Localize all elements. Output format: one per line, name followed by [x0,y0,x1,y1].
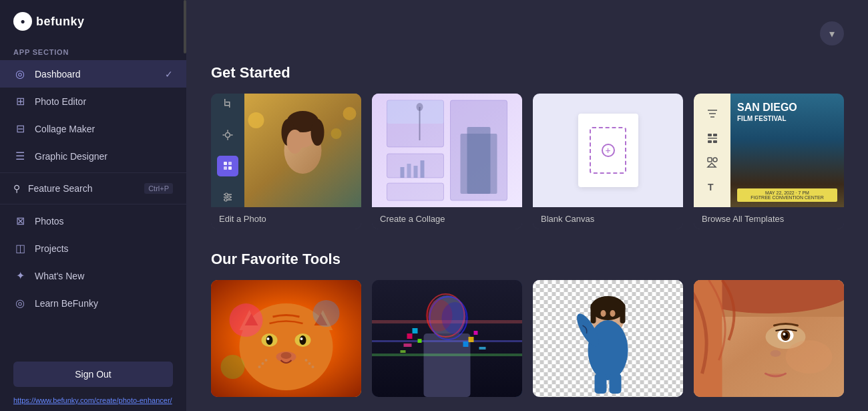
tiger-image [211,280,361,397]
sidebar-item-label: Collage Maker [35,124,95,134]
svg-rect-3 [226,102,230,103]
svg-rect-9 [224,162,227,165]
sidebar-item-photo-editor[interactable]: ⊞ Photo Editor [0,88,186,115]
skin-image [694,280,844,397]
svg-point-87 [442,302,469,334]
woman-photo [244,94,361,207]
photos-icon: ⊠ [13,215,27,227]
svg-point-16 [225,193,228,196]
sidebar-item-label: Graphic Designer [35,151,107,162]
photo-edit-image [211,94,361,207]
svg-point-28 [287,130,303,154]
svg-point-17 [228,196,230,198]
svg-point-18 [224,198,227,201]
poster-title: SAN DIEGO [737,102,837,114]
svg-rect-36 [387,100,444,124]
svg-rect-11 [224,166,227,170]
svg-point-42 [417,103,423,111]
card-blank-canvas[interactable]: + Blank Canvas [533,94,683,229]
svg-point-108 [610,310,616,317]
tools-row [211,280,844,397]
tool-card-skin-smoothing[interactable] [694,280,844,397]
card-label: Blank Canvas [533,207,683,229]
logo-text: befunky [36,15,85,29]
card-create-collage[interactable]: Create a Collage [372,94,522,229]
sidebar-item-dashboard[interactable]: ◎ Dashboard ✓ [0,60,186,88]
svg-rect-39 [414,166,418,178]
card-browse-templates[interactable]: T SAN DIEGO FILM FESTIVAL MAY 22, 2022 ·… [694,94,844,229]
svg-rect-91 [469,337,474,342]
crop-tool-icon[interactable] [217,94,238,114]
templates-image: T SAN DIEGO FILM FESTIVAL MAY 22, 2022 ·… [694,94,844,207]
sidebar-item-label: Photo Editor [35,96,86,107]
logo[interactable]: ● befunky [0,0,186,43]
scrollbar[interactable] [184,0,186,53]
svg-rect-37 [401,167,405,178]
svg-rect-12 [228,166,232,170]
poster-icons: T [694,94,730,207]
effects-tool-icon[interactable] [217,156,238,176]
layout-icon [703,129,722,148]
tool-card-art-effects[interactable] [211,280,361,397]
svg-point-27 [311,119,324,146]
sidebar-url[interactable]: https://www.befunky.com/create/photo-enh… [0,392,186,411]
svg-point-71 [258,366,261,368]
svg-rect-90 [418,339,422,343]
filter-icon [703,104,722,123]
svg-rect-38 [407,164,411,178]
main-content: ▾ Get Started [187,0,868,411]
svg-point-69 [265,359,268,362]
sidebar-item-projects[interactable]: ◫ Projects [0,235,186,262]
card-edit-photo[interactable]: Edit a Photo [211,94,361,229]
svg-rect-106 [610,374,622,394]
svg-rect-96 [401,350,406,353]
check-icon: ✓ [165,69,173,80]
sidebar-item-feature-search[interactable]: ⚲ Feature Search Ctrl+P [0,176,186,201]
svg-rect-105 [595,374,607,394]
svg-rect-89 [413,328,418,333]
brightness-tool-icon[interactable] [217,125,238,146]
favorite-tools-title: Our Favorite Tools [211,251,844,268]
sidebar-item-photos[interactable]: ⊠ Photos [0,207,186,235]
sidebar-item-graphic-designer[interactable]: ☰ Graphic Designer [0,142,186,170]
main-content-scroll[interactable]: ▾ Get Started [187,0,868,411]
svg-point-21 [343,107,357,120]
sidebar-item-learn[interactable]: ◎ Learn BeFunky [0,289,186,317]
svg-point-72 [305,359,308,362]
svg-point-121 [786,340,833,374]
svg-text:T: T [708,182,714,192]
search-icon: ⚲ [13,183,20,194]
sign-out-button[interactable]: Sign Out [13,362,173,387]
svg-point-20 [248,112,264,128]
glitch-image [372,280,522,397]
favorite-tools-section: Our Favorite Tools [211,251,844,397]
sidebar-item-whats-new[interactable]: ✦ What's New [0,262,186,289]
card-label: Browse All Templates [694,207,844,229]
svg-point-120 [771,350,781,357]
sidebar-item-label: Projects [35,243,69,254]
svg-point-68 [281,352,292,359]
svg-point-65 [267,337,270,340]
sidebar-item-collage-maker[interactable]: ⊟ Collage Maker [0,115,186,142]
svg-rect-94 [404,344,412,347]
get-started-cards: Edit a Photo [211,94,844,229]
collage-maker-icon: ⊟ [13,122,27,135]
photo-edit-bg [244,94,361,207]
svg-point-52 [713,158,717,162]
adjustments-tool-icon[interactable] [217,187,238,208]
svg-rect-47 [713,134,717,136]
sidebar: ● befunky App Section ◎ Dashboard ✓ ⊞ Ph… [0,0,187,411]
tool-card-glitch[interactable] [372,280,522,397]
divider-2 [0,204,186,204]
get-started-section: Get Started [211,64,844,229]
tool-card-bg-remover[interactable] [533,280,683,397]
svg-point-66 [300,337,303,340]
top-bar-menu-icon[interactable]: ▾ [820,21,844,45]
svg-rect-84 [372,340,522,342]
svg-point-73 [308,362,311,365]
svg-rect-33 [387,183,444,200]
bg-remove-image [533,280,683,397]
svg-point-63 [266,335,273,345]
poster-preview: SAN DIEGO FILM FESTIVAL MAY 22, 2022 · 7… [730,94,844,207]
poster-date: MAY 22, 2022 · 7 PMFIGTREE CONVENTION CE… [737,188,837,202]
